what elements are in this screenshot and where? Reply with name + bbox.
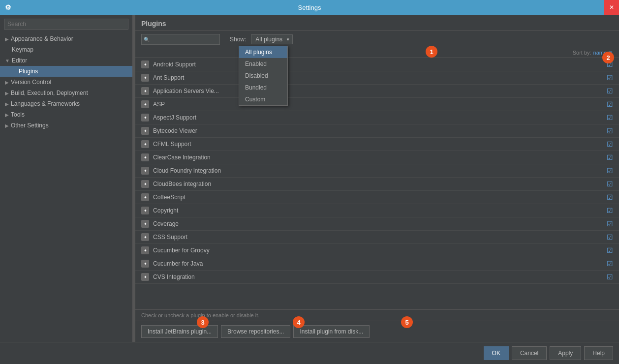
content-area: ▶ Appearance & Behavior Keymap ▼ Editor … [0, 15, 619, 342]
plugin-checkbox[interactable]: ☑ [607, 180, 613, 188]
arrow-icon: ▶ [5, 80, 9, 85]
plugin-checkbox[interactable]: ☑ [607, 220, 613, 228]
plugin-icon: ✦ [141, 140, 149, 148]
plugin-row[interactable]: ✦ CSS Support ☑ [135, 231, 619, 244]
bottom-hint: Check or uncheck a plugin to enable or d… [135, 309, 619, 321]
plugin-row[interactable]: ✦ Android Support ☑ [135, 58, 619, 71]
plugin-name: ClearCase Integration [153, 154, 607, 161]
plugin-name: Cucumber for Groovy [153, 247, 607, 254]
footer-bar: OK Cancel Apply Help [0, 342, 619, 364]
plugin-checkbox[interactable]: ☑ [607, 153, 613, 161]
dropdown-option-enabled[interactable]: Enabled [239, 58, 287, 70]
plugin-checkbox[interactable]: ☑ [607, 193, 613, 201]
main-content: Plugins 🔍 Show: All plugins All plugins … [135, 15, 619, 342]
plugin-icon: ✦ [141, 220, 149, 228]
sidebar: ▶ Appearance & Behavior Keymap ▼ Editor … [0, 15, 133, 342]
plugin-checkbox[interactable]: ☑ [607, 246, 613, 254]
plugin-icon: ✦ [141, 233, 149, 241]
sidebar-item-tools[interactable]: ▶ Tools [0, 109, 132, 120]
browse-repos-button[interactable]: Browse repositories... [221, 325, 290, 338]
plugin-name: AspectJ Support [153, 114, 607, 121]
plugin-checkbox[interactable]: ☑ [607, 61, 613, 68]
show-label: Show: [230, 36, 246, 43]
sidebar-item-label: Plugins [19, 68, 38, 75]
plugin-row[interactable]: ✦ Bytecode Viewer ☑ [135, 124, 619, 138]
plugin-name: Android Support [153, 61, 607, 68]
plugin-row[interactable]: ✦ Cloud Foundry integration ☑ [135, 164, 619, 178]
plugin-checkbox[interactable]: ☑ [607, 74, 613, 82]
plugin-row[interactable]: ✦ CloudBees integration ☑ [135, 178, 619, 191]
main-layout: ▶ Appearance & Behavior Keymap ▼ Editor … [0, 15, 619, 364]
plugin-checkbox[interactable]: ☑ [607, 260, 613, 268]
plugin-checkbox[interactable]: ☑ [607, 127, 613, 135]
plugin-name: Cucumber for Java [153, 260, 607, 267]
sidebar-item-plugins[interactable]: Plugins [0, 66, 132, 77]
plugin-icon: ✦ [141, 193, 149, 201]
plugin-name: Application Servers Vie... [153, 88, 607, 94]
plugin-icon: ✦ [141, 87, 149, 95]
install-jetbrains-button[interactable]: Install JetBrains plugin... [141, 325, 218, 338]
window-title: Settings [298, 4, 321, 11]
sidebar-item-label: Appearance & Behavior [11, 35, 73, 42]
bottom-buttons: Install JetBrains plugin... Browse repos… [135, 321, 619, 342]
title-bar: ⚙ Settings ✕ [0, 0, 619, 15]
plugin-icon: ✦ [141, 100, 149, 108]
plugin-checkbox[interactable]: ☑ [607, 273, 613, 281]
plugin-name: Bytecode Viewer [153, 127, 607, 134]
sidebar-item-editor[interactable]: ▼ Editor [0, 55, 132, 66]
plugin-icon: ✦ [141, 260, 149, 268]
plugin-row[interactable]: ✦ Application Servers Vie... ☑ [135, 85, 619, 98]
plugin-checkbox[interactable]: ☑ [607, 100, 613, 108]
plugin-checkbox[interactable]: ☑ [607, 87, 613, 95]
sidebar-item-appearance[interactable]: ▶ Appearance & Behavior [0, 33, 132, 44]
plugin-row[interactable]: ✦ Ant Support ☑ [135, 71, 619, 85]
sidebar-search-wrap [0, 15, 132, 33]
plugin-icon: ✦ [141, 127, 149, 135]
apply-button[interactable]: Apply [550, 346, 581, 360]
plugin-name: CVS Integration [153, 273, 607, 280]
plugin-name: CSS Support [153, 234, 607, 241]
plugin-row[interactable]: ✦ CVS Integration ☑ [135, 271, 619, 284]
sidebar-item-build[interactable]: ▶ Build, Execution, Deployment [0, 88, 132, 98]
plugin-checkbox[interactable]: ☑ [607, 233, 613, 241]
plugins-search-input[interactable] [141, 34, 220, 45]
plugin-checkbox[interactable]: ☑ [607, 140, 613, 148]
dropdown-option-all-plugins[interactable]: All plugins [239, 46, 287, 58]
sidebar-search-input[interactable] [4, 19, 128, 30]
plugin-row[interactable]: ✦ Cucumber for Java ☑ [135, 257, 619, 271]
plugin-checkbox[interactable]: ☑ [607, 114, 613, 121]
dropdown-option-disabled[interactable]: Disabled [239, 70, 287, 82]
ok-button[interactable]: OK [484, 346, 509, 360]
show-dropdown-button[interactable]: All plugins [251, 34, 293, 44]
sort-label: Sort by: [573, 50, 591, 56]
sidebar-item-version-control[interactable]: ▶ Version Control [0, 77, 132, 88]
plugin-row[interactable]: ✦ Copyright ☑ [135, 204, 619, 217]
plugin-row[interactable]: ✦ Coverage ☑ [135, 217, 619, 231]
plugin-icon: ✦ [141, 74, 149, 82]
search-wrap: 🔍 [141, 34, 220, 45]
sidebar-item-languages[interactable]: ▶ Languages & Frameworks [0, 98, 132, 109]
plugin-icon: ✦ [141, 61, 149, 68]
sidebar-item-label: Keymap [12, 46, 33, 53]
close-button[interactable]: ✕ [604, 0, 619, 15]
plugin-row[interactable]: ✦ AspectJ Support ☑ [135, 111, 619, 124]
install-disk-button[interactable]: Install plugin from disk... [293, 325, 370, 338]
dropdown-option-custom[interactable]: Custom [239, 93, 287, 105]
plugin-row[interactable]: ✦ CFML Support ☑ [135, 138, 619, 151]
sidebar-item-label: Version Control [11, 79, 51, 86]
help-button[interactable]: Help [584, 346, 613, 360]
plugin-row[interactable]: ✦ Cucumber for Groovy ☑ [135, 244, 619, 257]
plugin-checkbox[interactable]: ☑ [607, 207, 613, 214]
sort-chevron-icon: ▼ [608, 50, 613, 56]
sort-button[interactable]: name ▼ [593, 50, 613, 56]
arrow-icon: ▶ [5, 123, 9, 128]
plugin-row[interactable]: ✦ CoffeeScript ☑ [135, 191, 619, 204]
dropdown-option-bundled[interactable]: Bundled [239, 82, 287, 93]
plugin-row[interactable]: ✦ ClearCase Integration ☑ [135, 151, 619, 164]
sidebar-item-keymap[interactable]: Keymap [0, 44, 132, 55]
plugin-row[interactable]: ✦ ASP ☑ [135, 98, 619, 111]
sidebar-item-label: Editor [12, 57, 27, 64]
sidebar-item-other-settings[interactable]: ▶ Other Settings [0, 120, 132, 131]
cancel-button[interactable]: Cancel [512, 346, 547, 360]
plugin-checkbox[interactable]: ☑ [607, 167, 613, 175]
